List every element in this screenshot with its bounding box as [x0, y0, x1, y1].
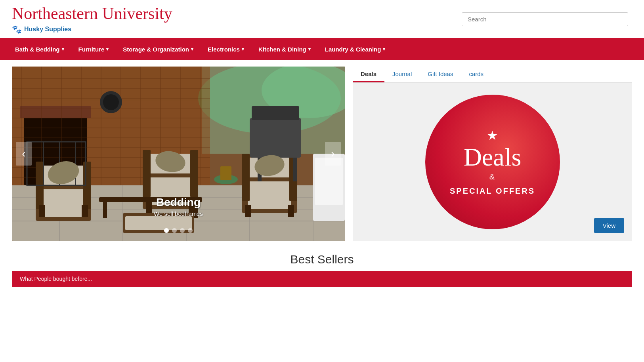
main-content: Bedding We sell bedframes ‹ › Deals Jour… [0, 67, 644, 241]
svg-rect-43 [39, 205, 45, 217]
nav-label-kitchen: Kitchen & Dining [258, 46, 306, 53]
svg-rect-65 [293, 158, 297, 181]
carousel-dot-4[interactable] [188, 228, 193, 233]
nav-arrow-laundry: ▾ [383, 47, 385, 52]
carousel-dot-2[interactable] [172, 228, 177, 233]
nav-label-furniture: Furniture [78, 46, 105, 53]
tab-journal-label: Journal [392, 70, 412, 77]
carousel-title: Bedding [154, 196, 203, 209]
nav-label-bath: Bath & Bedding [15, 46, 60, 53]
tabs-bar: Deals Journal Gift Ideas cards [353, 67, 632, 83]
tab-gift-ideas-label: Gift Ideas [428, 70, 453, 77]
nav-label-laundry: Laundry & Cleaning [325, 46, 381, 53]
svg-rect-54 [248, 181, 291, 209]
deals-divider [469, 184, 516, 184]
right-panel: Deals Journal Gift Ideas cards ★ Deals &… [353, 67, 632, 241]
paw-icon: 🐾 [12, 25, 22, 34]
svg-rect-48 [143, 150, 151, 197]
carousel-overlay: Bedding We sell bedframes [154, 196, 203, 217]
navbar: Bath & Bedding ▾ Furniture ▾ Storage & O… [0, 38, 644, 60]
nav-item-storage[interactable]: Storage & Organization ▾ [116, 38, 201, 60]
svg-rect-60 [103, 202, 107, 218]
carousel-subtitle: We sell bedframes [154, 210, 203, 217]
logo-sub: 🐾 Husky Supplies [12, 25, 172, 34]
carousel-dot-1[interactable] [164, 228, 169, 233]
nav-arrow-storage: ▾ [191, 47, 193, 52]
nav-label-electronics: Electronics [208, 46, 240, 53]
svg-rect-62 [250, 118, 301, 158]
nav-arrow-electronics: ▾ [242, 47, 244, 52]
svg-rect-55 [242, 154, 250, 201]
svg-rect-63 [252, 106, 299, 120]
nav-item-bath[interactable]: Bath & Bedding ▾ [8, 38, 71, 60]
tab-cards[interactable]: cards [461, 67, 491, 82]
nav-item-kitchen[interactable]: Kitchen & Dining ▾ [251, 38, 318, 60]
svg-point-69 [103, 94, 119, 110]
best-sellers-bar: What People bought before... [12, 271, 632, 287]
best-sellers: Best Sellers What People bought before..… [12, 253, 632, 287]
carousel-next-button[interactable]: › [325, 142, 341, 166]
best-sellers-title: Best Sellers [12, 253, 632, 266]
tab-deals[interactable]: Deals [353, 67, 384, 82]
nav-item-laundry[interactable]: Laundry & Cleaning ▾ [318, 38, 393, 60]
nav-label-storage: Storage & Organization [123, 46, 189, 53]
deals-star: ★ [487, 128, 498, 143]
deals-ampersand: & [489, 172, 495, 181]
tab-cards-label: cards [469, 70, 483, 77]
nav-arrow-bath: ▾ [62, 47, 64, 52]
tab-gift-ideas[interactable]: Gift Ideas [420, 67, 461, 82]
svg-rect-57 [245, 205, 251, 217]
svg-rect-44 [82, 205, 88, 217]
logo-title: Northeastern University [12, 4, 172, 23]
deals-subtitle: SPECIAL OFFERS [450, 187, 535, 196]
search-input[interactable] [462, 12, 628, 26]
svg-rect-58 [288, 205, 294, 217]
svg-rect-67 [220, 166, 231, 180]
best-sellers-bar-text: What People bought before... [20, 276, 92, 282]
svg-rect-49 [190, 150, 198, 197]
nav-item-furniture[interactable]: Furniture ▾ [71, 38, 116, 60]
deals-title: Deals [464, 145, 522, 170]
svg-rect-50 [146, 201, 152, 213]
nav-arrow-furniture: ▾ [106, 47, 109, 52]
tab-deals-label: Deals [361, 70, 376, 77]
nav-arrow-kitchen: ▾ [308, 47, 311, 52]
view-button[interactable]: View [594, 218, 624, 233]
logo-area: Northeastern University 🐾 Husky Supplies [12, 4, 172, 34]
header: Northeastern University 🐾 Husky Supplies [0, 0, 644, 38]
husky-supplies-label[interactable]: Husky Supplies [24, 26, 71, 33]
carousel-prev-button[interactable]: ‹ [16, 142, 32, 166]
carousel-dots [164, 228, 193, 233]
svg-rect-40 [42, 189, 85, 217]
deals-panel: ★ Deals & SPECIAL OFFERS View [353, 83, 632, 241]
nav-item-electronics[interactable]: Electronics ▾ [201, 38, 251, 60]
carousel-dot-3[interactable] [180, 228, 185, 233]
carousel: Bedding We sell bedframes ‹ › [12, 67, 345, 241]
deals-circle: ★ Deals & SPECIAL OFFERS [425, 95, 560, 229]
tab-journal[interactable]: Journal [384, 67, 420, 82]
